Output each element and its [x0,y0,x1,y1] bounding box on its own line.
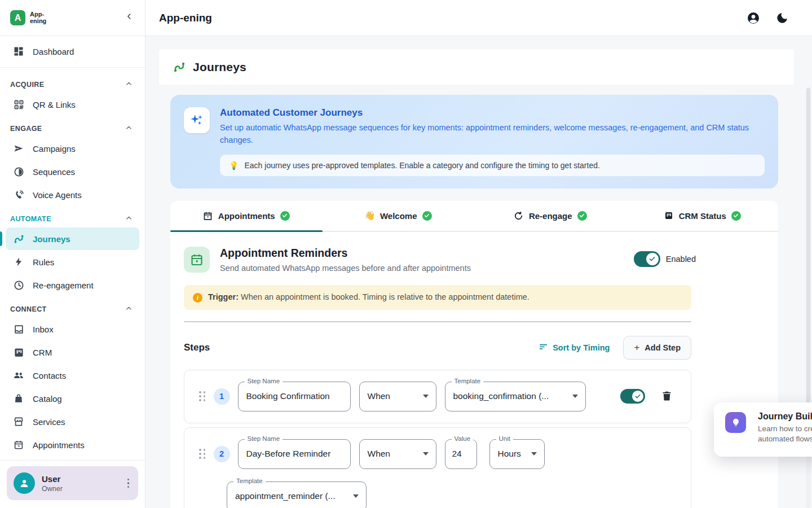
toggle-label: Enabled [666,255,696,264]
send-icon [12,142,25,155]
logo-icon: A [10,10,25,25]
value-input[interactable] [445,449,476,459]
when-select[interactable]: When [359,439,436,469]
sidebar-footer: User Owner [0,460,145,508]
sparkles-icon [184,107,210,133]
waving-hand-icon: 👋 [365,211,375,221]
sidebar-item-dashboard[interactable]: Dashboard [6,40,139,63]
page-title: Journeys [193,60,246,74]
sidebar-item-label: Sequences [33,167,75,177]
account-icon[interactable] [747,11,760,25]
template-select[interactable]: Template appointment_reminder (... [227,481,367,508]
sidebar-item-label: Contacts [33,371,66,380]
tab-appointments[interactable]: Appointments [170,201,323,231]
sidebar-section-engage[interactable]: ENGAGE [6,116,139,137]
content-area: Journeys Automated Customer Journeys Set… [145,36,812,508]
user-avatar [14,472,35,494]
sidebar-item-inbox[interactable]: Inbox [6,318,139,340]
calendar-icon [203,211,213,221]
sidebar: A App- ening Dashboard ACQUIRE [0,0,145,508]
steps-header: Steps Sort by Timing + Add Step [184,336,691,360]
user-name: User [42,474,117,484]
sidebar-item-sequences[interactable]: Sequences [6,160,139,183]
info-icon: i [193,293,202,303]
sidebar-item-journeys[interactable]: Journeys [6,227,139,250]
sidebar-item-label: CRM [33,348,52,357]
enabled-toggle[interactable] [634,251,660,267]
tab-crm-status[interactable]: CRM Status [626,201,779,231]
step-name-field: Step Name [238,439,351,469]
step-name-input[interactable] [239,391,350,401]
sidebar-item-label: Campaigns [33,144,76,154]
dark-mode-moon-icon[interactable] [776,11,789,25]
calendar-icon [12,439,25,451]
sidebar-section-automate[interactable]: AUTOMATE [6,207,139,227]
category-title: Appointment Reminders [220,247,471,260]
storefront-icon [12,415,25,428]
unit-select[interactable]: Unit Hours [489,439,545,469]
step-enabled-toggle[interactable] [620,389,645,404]
check-badge-icon [731,211,741,221]
step-row: 2 Step Name When Value [184,427,691,508]
sidebar-item-crm[interactable]: CRM [6,341,139,364]
chevron-down-icon [531,452,537,456]
app-logo: A App- ening [10,10,46,25]
user-card[interactable]: User Owner [7,466,138,500]
sidebar-item-label: Journeys [33,234,70,244]
user-role: Owner [42,485,117,493]
template-select[interactable]: Template booking_confirmation (... [445,382,586,411]
tab-welcome[interactable]: 👋 Welcome [323,201,475,231]
sidebar-section-acquire[interactable]: ACQUIRE [6,72,139,93]
toast-title: Journey Builder [758,411,812,422]
phone-call-icon [12,189,25,201]
sidebar-collapse-icon[interactable] [122,10,136,26]
sidebar-item-re-engagement[interactable]: Re-engagement [6,274,139,296]
sidebar-nav: Dashboard ACQUIRE QR & Links ENGAGE [0,36,145,460]
step-name-field: Step Name [238,382,351,411]
sidebar-item-services[interactable]: Services [6,410,139,433]
add-step-button[interactable]: + Add Step [623,336,691,360]
when-select[interactable]: When [359,382,436,411]
steps-heading: Steps [184,342,210,353]
sidebar-item-appointments[interactable]: Appointments [6,433,139,456]
sidebar-item-campaigns[interactable]: Campaigns [6,137,139,160]
sidebar-item-catalog[interactable]: Catalog [6,387,139,410]
tab-re-engage[interactable]: Re-engage [474,201,626,231]
toggle-knob [646,253,659,265]
page-title-bar: Journeys [159,50,794,85]
people-icon [12,369,25,382]
trigger-text: Trigger: When an appointment is booked. … [208,292,529,301]
sidebar-item-qr-links[interactable]: QR & Links [6,93,139,116]
sidebar-item-label: Re-engagement [33,281,94,290]
appointments-panel: Appointment Reminders Send automated Wha… [170,232,778,508]
sidebar-item-voice-agents[interactable]: Voice Agents [6,183,139,206]
sort-by-timing-button[interactable]: Sort by Timing [539,342,610,353]
step-number-badge: 1 [214,388,230,405]
chevron-up-icon [125,305,133,314]
user-menu-icon[interactable] [124,475,133,492]
delete-step-icon[interactable] [661,390,673,402]
sort-icon [539,342,548,353]
drag-handle-icon[interactable] [199,449,206,459]
sidebar-item-label: Services [33,417,65,427]
calendar-icon [184,247,210,273]
sidebar-section-connect[interactable]: CONNECT [6,297,139,317]
step-name-input[interactable] [239,449,350,459]
chevron-up-icon [125,214,133,224]
banner-tip-text: Each journey uses pre-approved templates… [244,161,599,170]
lightbulb-emoji-icon: 💡 [229,161,239,170]
info-banner: Automated Customer Journeys Set up autom… [170,95,778,189]
sidebar-item-label: Catalog [33,394,62,404]
field-label: Unit [496,435,513,442]
sidebar-item-contacts[interactable]: Contacts [6,364,139,387]
sidebar-item-label: Rules [33,257,54,267]
sidebar-item-rules[interactable]: Rules [6,251,139,273]
scrollbar-thumb[interactable] [806,88,810,449]
sidebar-item-label: Inbox [33,325,54,334]
drag-handle-icon[interactable] [199,391,206,401]
step-number-badge: 2 [214,446,230,462]
category-subtitle: Send automated WhatsApp messages before … [220,264,471,273]
banner-title: Automated Customer Journeys [220,107,765,119]
check-badge-icon [422,211,432,221]
sidebar-item-label: Dashboard [33,47,74,56]
